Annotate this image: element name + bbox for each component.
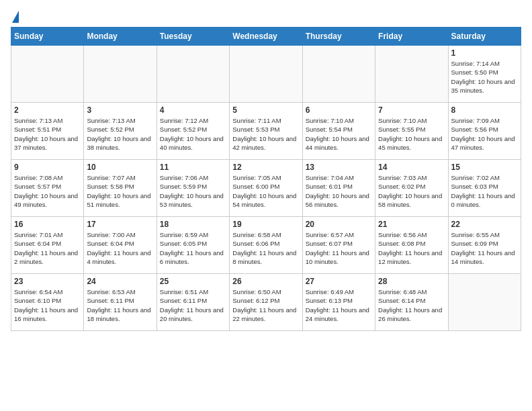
calendar-day-cell: 13Sunrise: 7:04 AM Sunset: 6:01 PM Dayli… xyxy=(302,160,375,217)
calendar-day-cell: 4Sunrise: 7:12 AM Sunset: 5:52 PM Daylig… xyxy=(157,103,229,160)
day-info: Sunrise: 7:00 AM Sunset: 6:04 PM Dayligh… xyxy=(87,230,153,266)
column-header-monday: Monday xyxy=(84,28,157,46)
calendar-day-cell: 25Sunrise: 6:51 AM Sunset: 6:11 PM Dayli… xyxy=(157,274,229,331)
calendar-day-cell: 11Sunrise: 7:06 AM Sunset: 5:59 PM Dayli… xyxy=(157,160,229,217)
calendar-day-cell: 9Sunrise: 7:08 AM Sunset: 5:57 PM Daylig… xyxy=(11,160,84,217)
calendar-day-cell xyxy=(230,46,302,103)
day-number: 1 xyxy=(451,48,518,58)
day-info: Sunrise: 6:51 AM Sunset: 6:11 PM Dayligh… xyxy=(160,287,226,323)
day-info: Sunrise: 7:14 AM Sunset: 5:50 PM Dayligh… xyxy=(451,59,518,95)
calendar-day-cell xyxy=(375,46,448,103)
day-info: Sunrise: 7:09 AM Sunset: 5:56 PM Dayligh… xyxy=(451,116,518,152)
day-info: Sunrise: 7:03 AM Sunset: 6:02 PM Dayligh… xyxy=(378,173,445,209)
logo xyxy=(11,11,19,24)
logo-triangle-icon xyxy=(12,11,19,23)
calendar-day-cell xyxy=(11,46,84,103)
calendar-day-cell: 14Sunrise: 7:03 AM Sunset: 6:02 PM Dayli… xyxy=(375,160,448,217)
day-info: Sunrise: 7:10 AM Sunset: 5:55 PM Dayligh… xyxy=(378,116,445,152)
day-info: Sunrise: 7:08 AM Sunset: 5:57 PM Dayligh… xyxy=(14,173,81,209)
day-number: 24 xyxy=(87,277,153,286)
calendar-day-cell xyxy=(448,274,521,331)
day-number: 19 xyxy=(232,220,299,229)
calendar-day-cell: 3Sunrise: 7:13 AM Sunset: 5:52 PM Daylig… xyxy=(84,103,157,160)
day-number: 23 xyxy=(14,277,81,286)
day-info: Sunrise: 7:07 AM Sunset: 5:58 PM Dayligh… xyxy=(87,173,153,209)
day-info: Sunrise: 6:53 AM Sunset: 6:11 PM Dayligh… xyxy=(87,287,153,323)
day-number: 20 xyxy=(306,220,372,229)
day-info: Sunrise: 7:04 AM Sunset: 6:01 PM Dayligh… xyxy=(306,173,372,209)
day-info: Sunrise: 7:12 AM Sunset: 5:52 PM Dayligh… xyxy=(160,116,226,152)
calendar-week-row: 9Sunrise: 7:08 AM Sunset: 5:57 PM Daylig… xyxy=(11,160,521,217)
day-number: 25 xyxy=(160,277,226,286)
day-number: 8 xyxy=(451,105,518,115)
day-number: 3 xyxy=(87,105,153,115)
day-number: 5 xyxy=(232,105,299,115)
calendar-week-row: 16Sunrise: 7:01 AM Sunset: 6:04 PM Dayli… xyxy=(11,217,521,274)
day-info: Sunrise: 6:58 AM Sunset: 6:06 PM Dayligh… xyxy=(232,230,299,266)
day-number: 10 xyxy=(87,163,153,172)
day-info: Sunrise: 7:05 AM Sunset: 6:00 PM Dayligh… xyxy=(232,173,299,209)
calendar-day-cell: 5Sunrise: 7:11 AM Sunset: 5:53 PM Daylig… xyxy=(230,103,302,160)
page-header xyxy=(11,11,521,24)
day-number: 26 xyxy=(232,277,299,286)
calendar-day-cell: 26Sunrise: 6:50 AM Sunset: 6:12 PM Dayli… xyxy=(230,274,302,331)
day-number: 2 xyxy=(14,105,81,115)
day-number: 7 xyxy=(378,105,445,115)
day-info: Sunrise: 7:02 AM Sunset: 6:03 PM Dayligh… xyxy=(451,173,518,209)
day-info: Sunrise: 7:06 AM Sunset: 5:59 PM Dayligh… xyxy=(160,173,226,209)
day-number: 6 xyxy=(306,105,372,115)
day-number: 14 xyxy=(378,163,445,172)
calendar-day-cell: 8Sunrise: 7:09 AM Sunset: 5:56 PM Daylig… xyxy=(448,103,521,160)
calendar-day-cell: 28Sunrise: 6:48 AM Sunset: 6:14 PM Dayli… xyxy=(375,274,448,331)
day-info: Sunrise: 6:55 AM Sunset: 6:09 PM Dayligh… xyxy=(451,230,518,266)
calendar-table: SundayMondayTuesdayWednesdayThursdayFrid… xyxy=(11,27,521,331)
calendar-day-cell xyxy=(84,46,157,103)
day-number: 9 xyxy=(14,163,81,172)
day-info: Sunrise: 6:56 AM Sunset: 6:08 PM Dayligh… xyxy=(378,230,445,266)
day-info: Sunrise: 7:01 AM Sunset: 6:04 PM Dayligh… xyxy=(14,230,81,266)
column-header-saturday: Saturday xyxy=(448,28,521,46)
calendar-day-cell: 1Sunrise: 7:14 AM Sunset: 5:50 PM Daylig… xyxy=(448,46,521,103)
day-info: Sunrise: 6:54 AM Sunset: 6:10 PM Dayligh… xyxy=(14,287,81,323)
calendar-week-row: 2Sunrise: 7:13 AM Sunset: 5:51 PM Daylig… xyxy=(11,103,521,160)
calendar-day-cell: 20Sunrise: 6:57 AM Sunset: 6:07 PM Dayli… xyxy=(302,217,375,274)
calendar-day-cell: 2Sunrise: 7:13 AM Sunset: 5:51 PM Daylig… xyxy=(11,103,84,160)
day-number: 15 xyxy=(451,163,518,172)
calendar-day-cell: 18Sunrise: 6:59 AM Sunset: 6:05 PM Dayli… xyxy=(157,217,229,274)
calendar-day-cell: 19Sunrise: 6:58 AM Sunset: 6:06 PM Dayli… xyxy=(230,217,302,274)
column-header-friday: Friday xyxy=(375,28,448,46)
calendar-week-row: 23Sunrise: 6:54 AM Sunset: 6:10 PM Dayli… xyxy=(11,274,521,331)
day-number: 16 xyxy=(14,220,81,229)
day-number: 28 xyxy=(378,277,445,286)
day-info: Sunrise: 6:48 AM Sunset: 6:14 PM Dayligh… xyxy=(378,287,445,323)
day-info: Sunrise: 6:49 AM Sunset: 6:13 PM Dayligh… xyxy=(306,287,372,323)
calendar-week-row: 1Sunrise: 7:14 AM Sunset: 5:50 PM Daylig… xyxy=(11,46,521,103)
column-header-thursday: Thursday xyxy=(302,28,375,46)
day-number: 18 xyxy=(160,220,226,229)
day-number: 13 xyxy=(306,163,372,172)
day-info: Sunrise: 6:59 AM Sunset: 6:05 PM Dayligh… xyxy=(160,230,226,266)
day-number: 12 xyxy=(232,163,299,172)
day-number: 17 xyxy=(87,220,153,229)
calendar-day-cell: 22Sunrise: 6:55 AM Sunset: 6:09 PM Dayli… xyxy=(448,217,521,274)
day-info: Sunrise: 6:50 AM Sunset: 6:12 PM Dayligh… xyxy=(232,287,299,323)
calendar-day-cell xyxy=(302,46,375,103)
column-header-sunday: Sunday xyxy=(11,28,84,46)
day-number: 4 xyxy=(160,105,226,115)
day-info: Sunrise: 7:10 AM Sunset: 5:54 PM Dayligh… xyxy=(306,116,372,152)
calendar-day-cell xyxy=(157,46,229,103)
calendar-day-cell: 24Sunrise: 6:53 AM Sunset: 6:11 PM Dayli… xyxy=(84,274,157,331)
day-number: 11 xyxy=(160,163,226,172)
calendar-day-cell: 15Sunrise: 7:02 AM Sunset: 6:03 PM Dayli… xyxy=(448,160,521,217)
calendar-day-cell: 17Sunrise: 7:00 AM Sunset: 6:04 PM Dayli… xyxy=(84,217,157,274)
day-info: Sunrise: 7:11 AM Sunset: 5:53 PM Dayligh… xyxy=(232,116,299,152)
day-info: Sunrise: 7:13 AM Sunset: 5:52 PM Dayligh… xyxy=(87,116,153,152)
day-info: Sunrise: 7:13 AM Sunset: 5:51 PM Dayligh… xyxy=(14,116,81,152)
day-number: 21 xyxy=(378,220,445,229)
calendar-day-cell: 16Sunrise: 7:01 AM Sunset: 6:04 PM Dayli… xyxy=(11,217,84,274)
calendar-day-cell: 23Sunrise: 6:54 AM Sunset: 6:10 PM Dayli… xyxy=(11,274,84,331)
calendar-header-row: SundayMondayTuesdayWednesdayThursdayFrid… xyxy=(11,28,521,46)
calendar-day-cell: 6Sunrise: 7:10 AM Sunset: 5:54 PM Daylig… xyxy=(302,103,375,160)
calendar-day-cell: 10Sunrise: 7:07 AM Sunset: 5:58 PM Dayli… xyxy=(84,160,157,217)
calendar-day-cell: 12Sunrise: 7:05 AM Sunset: 6:00 PM Dayli… xyxy=(230,160,302,217)
